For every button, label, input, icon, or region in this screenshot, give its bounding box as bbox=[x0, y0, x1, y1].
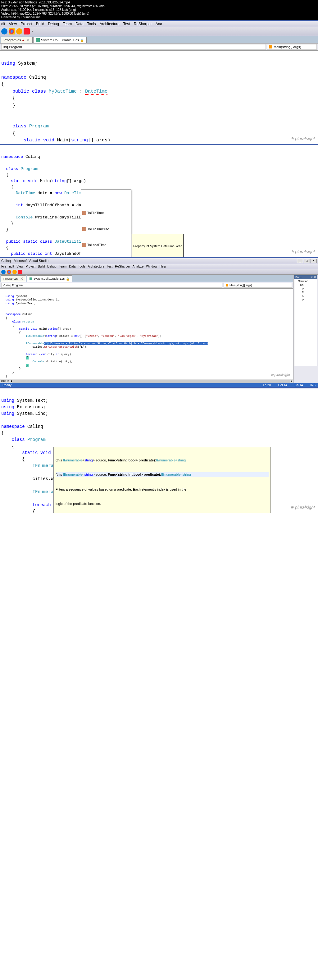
menu-edit[interactable]: dit bbox=[1, 22, 5, 26]
member-label: Main(string[] args) bbox=[229, 284, 252, 287]
status-line: Ln 20 bbox=[263, 383, 271, 387]
tree-item[interactable]: A bbox=[294, 294, 317, 298]
status-ch: Ch 14 bbox=[295, 383, 303, 387]
menu-debug[interactable]: Debug bbox=[48, 22, 59, 26]
menu-data[interactable]: Data bbox=[75, 22, 83, 26]
watermark: pluralsight bbox=[290, 248, 315, 255]
vs-titlebar: Cslinq - Microsoft Visual Studio _ □ ✕ bbox=[0, 258, 318, 264]
watermark: pluralsight bbox=[271, 372, 290, 377]
menu-analyze[interactable]: Analyze bbox=[133, 265, 144, 268]
tree-item-solution[interactable]: Solution bbox=[294, 279, 317, 283]
menu-tools[interactable]: Tools bbox=[78, 265, 85, 268]
menu-view[interactable]: View bbox=[16, 265, 23, 268]
menu-build[interactable]: Build bbox=[38, 265, 45, 268]
status-bar: Ready Ln 20 Col 14 Ch 14 INS bbox=[0, 383, 318, 387]
intellisense-item[interactable]: ToFileTime bbox=[81, 210, 131, 216]
menu-team[interactable]: Team bbox=[59, 265, 67, 268]
menu-test[interactable]: Test bbox=[107, 265, 113, 268]
close-icon[interactable]: ✕ bbox=[20, 277, 23, 281]
menu-project[interactable]: Project bbox=[21, 22, 32, 26]
menu-edit[interactable]: Edit bbox=[9, 265, 14, 268]
parameter-info-tooltip: (this IEnumerable<string> source, Func<s… bbox=[53, 447, 271, 513]
method-icon bbox=[82, 243, 86, 247]
toolbar bbox=[0, 269, 318, 275]
menu-team[interactable]: Team bbox=[63, 22, 72, 26]
tab-label: Program.cs bbox=[3, 277, 18, 280]
lock-icon: 🔒 bbox=[66, 277, 70, 281]
method-icon bbox=[82, 227, 86, 231]
chrome-icon[interactable] bbox=[9, 28, 15, 35]
cs-file-icon bbox=[30, 277, 32, 280]
tree-item[interactable]: P bbox=[294, 298, 317, 302]
code-editor[interactable]: namespace Cslinq class Program { static … bbox=[0, 145, 318, 257]
tree-item[interactable]: P bbox=[294, 287, 317, 291]
member-label: Main(string[] args) bbox=[273, 45, 301, 49]
minimize-button[interactable]: _ bbox=[297, 259, 303, 263]
menu-architecture[interactable]: Architecture bbox=[100, 22, 119, 26]
close-button[interactable]: ✕ bbox=[310, 259, 317, 263]
intellisense-popup: ToFileTime ToFileTimeUtc ToLocalTime ToL… bbox=[81, 189, 131, 257]
menu-help[interactable]: Help bbox=[160, 265, 166, 268]
tab-system-enumerable[interactable]: System.Coll...erable`1.cs 🔒 bbox=[27, 275, 72, 282]
property-tooltip: Property int System.DateTime.Year Gets t… bbox=[132, 234, 183, 257]
menu-window[interactable]: Window bbox=[146, 265, 157, 268]
method-icon bbox=[82, 211, 86, 215]
code-editor[interactable]: using System; using System.Collections.G… bbox=[0, 289, 293, 379]
tab-program-cs[interactable]: Program.cs ✕ bbox=[1, 275, 26, 282]
menu-bar: dit View Project Build Debug Team Data T… bbox=[0, 21, 318, 27]
chrome-icon[interactable] bbox=[7, 270, 11, 274]
menu-analyze[interactable]: Ana bbox=[156, 22, 162, 26]
nav-bar: Cslinq.Program Main(string[] args) bbox=[0, 282, 293, 289]
type-dropdown[interactable]: inq.Program bbox=[1, 44, 266, 50]
menu-debug[interactable]: Debug bbox=[47, 265, 56, 268]
video-metadata: File: 3 Extension Methods_20110930125624… bbox=[0, 0, 318, 20]
method-icon bbox=[269, 45, 272, 48]
tab-program-cs[interactable]: Program.cs ● ✕ bbox=[1, 37, 33, 43]
intellisense-item[interactable]: ToLocalTime bbox=[81, 242, 131, 248]
code-editor[interactable]: using System.Text; using Extensions; usi… bbox=[0, 388, 318, 513]
dropdown-icon[interactable]: ▾ bbox=[31, 29, 33, 34]
close-icon[interactable]: ✕ bbox=[27, 38, 30, 42]
tab-bar: Program.cs ✕ System.Coll...erable`1.cs 🔒 bbox=[0, 275, 293, 282]
tab-label: Program.cs bbox=[3, 38, 21, 42]
method-icon bbox=[226, 284, 228, 286]
opera-icon[interactable] bbox=[18, 270, 22, 274]
intellisense-item[interactable]: ToFileTimeUtc bbox=[81, 226, 131, 232]
scroll-left-icon[interactable]: ◄ bbox=[10, 380, 12, 383]
watermark: pluralsight bbox=[290, 135, 315, 142]
type-dropdown[interactable]: Cslinq.Program bbox=[1, 283, 223, 288]
menu-project[interactable]: Project bbox=[26, 265, 35, 268]
zoom-level: 100 % bbox=[1, 380, 9, 383]
menu-test[interactable]: Test bbox=[123, 22, 130, 26]
solution-explorer-title: Sol...▾ ✕ bbox=[294, 275, 317, 279]
menu-resharper[interactable]: ReSharper bbox=[115, 265, 130, 268]
tab-label: System.Coll...erable`1.cs bbox=[33, 277, 65, 280]
scroll-right-icon[interactable]: ► bbox=[291, 380, 293, 383]
tab-system-enumerable[interactable]: System.Coll...erable`1.cs 🔒 bbox=[33, 37, 87, 43]
menu-bar: File Edit View Project Build Debug Team … bbox=[0, 264, 318, 269]
window-title: Cslinq - Microsoft Visual Studio bbox=[1, 259, 48, 263]
tree-item[interactable]: R bbox=[294, 291, 317, 294]
menu-view[interactable]: View bbox=[9, 22, 17, 26]
firefox-icon[interactable] bbox=[13, 270, 17, 274]
menu-architecture[interactable]: Architecture bbox=[88, 265, 104, 268]
code-editor[interactable]: using System; namespace Cslinq { public … bbox=[0, 51, 318, 144]
ie-icon[interactable] bbox=[1, 28, 8, 35]
ie-icon[interactable] bbox=[1, 270, 6, 274]
opera-icon[interactable] bbox=[24, 28, 30, 35]
status-col: Col 14 bbox=[278, 383, 287, 387]
firefox-icon[interactable] bbox=[16, 28, 22, 35]
member-dropdown[interactable]: Main(string[] args) bbox=[267, 44, 317, 50]
solution-explorer: Sol...▾ ✕ Solution Cs P R A P bbox=[293, 275, 318, 383]
menu-build[interactable]: Build bbox=[36, 22, 45, 26]
horizontal-scrollbar[interactable]: 100 % ◄ ► bbox=[0, 379, 293, 383]
tree-item-project[interactable]: Cs bbox=[294, 283, 317, 287]
scroll-track[interactable] bbox=[13, 380, 290, 383]
menu-tools[interactable]: Tools bbox=[87, 22, 96, 26]
intellisense-list[interactable]: ToFileTime ToFileTimeUtc ToLocalTime ToL… bbox=[81, 200, 131, 257]
menu-data[interactable]: Data bbox=[69, 265, 75, 268]
member-dropdown[interactable]: Main(string[] args) bbox=[224, 283, 292, 288]
maximize-button[interactable]: □ bbox=[304, 259, 310, 263]
menu-file[interactable]: File bbox=[1, 265, 6, 268]
menu-resharper[interactable]: ReSharper bbox=[134, 22, 152, 26]
